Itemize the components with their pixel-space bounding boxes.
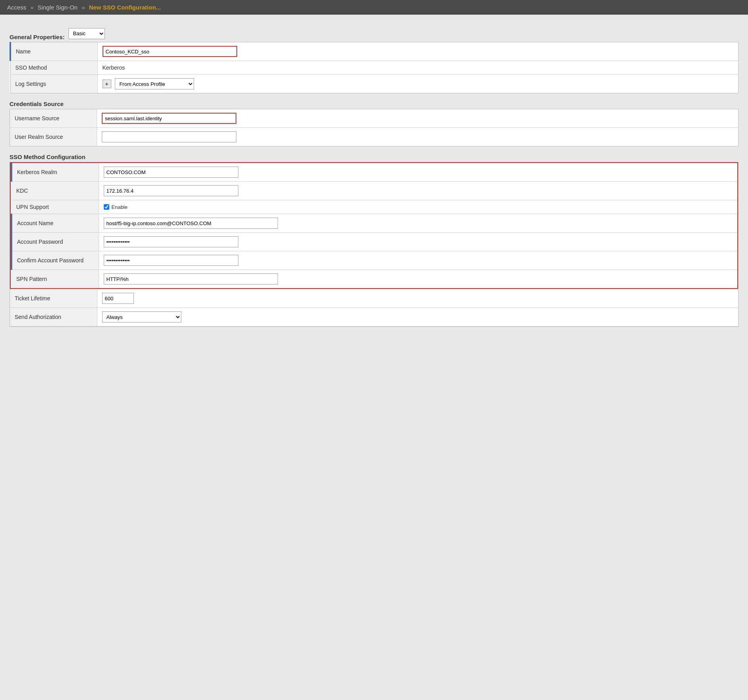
general-properties-header-row: General Properties: Basic Advanced <box>10 27 738 40</box>
kdc-input[interactable] <box>104 185 238 196</box>
red-inner-table: Kerberos Realm KDC <box>11 163 737 288</box>
account-name-label: Account Name <box>11 214 99 233</box>
kerberos-realm-input[interactable] <box>104 167 238 178</box>
account-password-input[interactable] <box>104 236 238 247</box>
credentials-source-table: Username Source User Realm Source <box>10 109 738 146</box>
account-name-row: Account Name <box>11 214 737 233</box>
header-bar: Access » Single Sign-On » New SSO Config… <box>0 0 748 15</box>
account-name-cell <box>99 214 737 233</box>
spn-pattern-input[interactable] <box>104 273 278 285</box>
user-realm-source-row: User Realm Source <box>10 128 738 146</box>
log-settings-label: Log Settings <box>10 75 97 93</box>
sso-method-value: Kerberos <box>97 61 738 75</box>
account-name-input[interactable] <box>104 218 278 229</box>
ticket-lifetime-label: Ticket Lifetime <box>10 289 97 308</box>
send-authorization-dropdown[interactable]: Always On 401 Status Code On First Reque… <box>102 311 181 322</box>
send-authorization-cell: Always On 401 Status Code On First Reque… <box>97 308 738 326</box>
confirm-account-password-input[interactable] <box>104 255 238 266</box>
red-section-wrapper-row: Kerberos Realm KDC <box>10 162 738 289</box>
breadcrumb: Access » Single Sign-On » New SSO Config… <box>7 4 161 11</box>
main-content: General Properties: Basic Advanced Name … <box>0 15 748 336</box>
upn-support-checkbox[interactable] <box>104 204 109 210</box>
sso-method-config-label: SSO Method Configuration <box>10 154 86 160</box>
username-source-row: Username Source <box>10 109 738 128</box>
user-realm-source-label: User Realm Source <box>10 128 97 146</box>
spn-pattern-cell <box>99 270 737 288</box>
send-authorization-row: Send Authorization Always On 401 Status … <box>10 308 738 326</box>
log-settings-plus-button[interactable]: + <box>103 80 111 88</box>
breadcrumb-current: New SSO Configuration... <box>89 4 161 11</box>
send-authorization-label: Send Authorization <box>10 308 97 326</box>
user-realm-source-input[interactable] <box>102 131 236 142</box>
sso-method-config-header: SSO Method Configuration <box>10 154 738 160</box>
ticket-lifetime-row: Ticket Lifetime <box>10 289 738 308</box>
username-source-input[interactable] <box>102 113 236 124</box>
general-properties-label: General Properties: <box>10 34 65 40</box>
log-settings-cell: + From Access Profile Custom <box>97 75 738 93</box>
name-value-cell <box>97 42 738 61</box>
name-input[interactable] <box>103 46 237 57</box>
kerberos-realm-cell <box>99 163 737 182</box>
kerberos-realm-row: Kerberos Realm <box>11 163 737 182</box>
user-realm-source-cell <box>97 128 738 146</box>
kerberos-realm-label: Kerberos Realm <box>11 163 99 182</box>
red-section-td: Kerberos Realm KDC <box>10 162 738 289</box>
account-password-row: Account Password <box>11 233 737 251</box>
username-source-label: Username Source <box>10 109 97 128</box>
sso-method-row: SSO Method Kerberos <box>10 61 738 75</box>
kdc-row: KDC <box>11 182 737 200</box>
spn-pattern-row: SPN Pattern <box>11 270 737 288</box>
log-settings-dropdown[interactable]: From Access Profile Custom <box>115 78 194 89</box>
sso-method-label: SSO Method <box>10 61 97 75</box>
account-password-cell <box>99 233 737 251</box>
red-border-section: Kerberos Realm KDC <box>10 162 738 289</box>
breadcrumb-sep1: » <box>30 4 34 11</box>
log-settings-row: Log Settings + From Access Profile Custo… <box>10 75 738 93</box>
kdc-label: KDC <box>11 182 99 200</box>
kdc-cell <box>99 182 737 200</box>
upn-support-cell: Enable <box>99 200 737 214</box>
breadcrumb-sso: Single Sign-On <box>38 4 78 11</box>
breadcrumb-sep2: » <box>82 4 85 11</box>
spn-pattern-label: SPN Pattern <box>11 270 99 288</box>
name-row: Name <box>10 42 738 61</box>
ticket-lifetime-cell <box>97 289 738 308</box>
username-source-cell <box>97 109 738 128</box>
upn-support-checkbox-label: Enable <box>104 204 733 210</box>
ticket-lifetime-input[interactable] <box>102 293 134 304</box>
confirm-account-password-row: Confirm Account Password <box>11 251 737 270</box>
credentials-source-header: Credentials Source <box>10 101 738 107</box>
breadcrumb-access: Access <box>7 4 26 11</box>
upn-support-enable-text: Enable <box>112 204 128 210</box>
confirm-account-password-cell <box>99 251 737 270</box>
name-label: Name <box>10 42 97 61</box>
credentials-source-label: Credentials Source <box>10 101 64 107</box>
confirm-account-password-label: Confirm Account Password <box>11 251 99 270</box>
account-password-label: Account Password <box>11 233 99 251</box>
upn-support-row: UPN Support Enable <box>11 200 737 214</box>
type-dropdown[interactable]: Basic Advanced <box>69 28 105 39</box>
sso-config-outer-table: Kerberos Realm KDC <box>10 162 738 326</box>
upn-support-label: UPN Support <box>11 200 99 214</box>
general-properties-table: Name SSO Method Kerberos Log Settings + … <box>10 42 738 93</box>
